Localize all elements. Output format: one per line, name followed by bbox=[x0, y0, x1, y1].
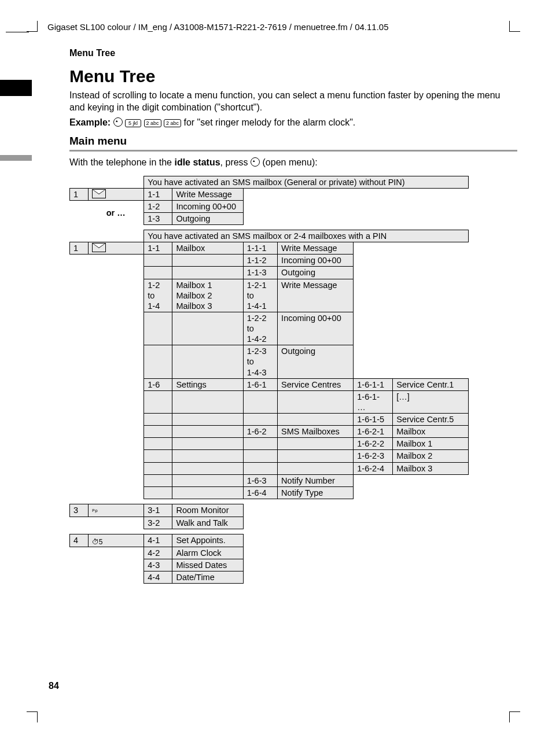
label: Alarm Clock bbox=[172, 547, 243, 559]
label: Notify Number bbox=[278, 474, 354, 486]
menu-icon-cell: ⏱5 bbox=[88, 534, 144, 547]
doc-header: Gigaset SL100 colour / IM_eng / A31008-M… bbox=[47, 22, 517, 32]
label: Mailbox 1 bbox=[393, 438, 469, 450]
code: 1-3 bbox=[144, 212, 172, 224]
code: 4-1 bbox=[144, 534, 172, 547]
label: Incoming 00+00 bbox=[278, 255, 354, 267]
code: 1-6-2-2 bbox=[354, 438, 393, 450]
crop-mark bbox=[27, 711, 38, 722]
nav-icon bbox=[251, 157, 260, 167]
baby-monitor-icon: ᴾᵖ bbox=[92, 508, 105, 516]
label: Date/Time bbox=[172, 571, 243, 584]
crop-mark bbox=[27, 21, 38, 32]
code: 1-6-2-3 bbox=[354, 450, 393, 462]
code: 1-6-2 bbox=[243, 426, 277, 438]
idle-instruction: With the telephone in the idle status, p… bbox=[69, 157, 517, 168]
menu-index: 4 bbox=[70, 534, 89, 547]
code: 1-6-1 bbox=[243, 378, 277, 390]
code: 1-2-3 to 1-4-3 bbox=[243, 345, 277, 378]
menu-tree-table: You have activated an SMS mailbox (Gener… bbox=[69, 176, 469, 584]
label: Service Centr.1 bbox=[393, 378, 469, 390]
menu-icon-cell bbox=[88, 242, 144, 255]
page-number: 84 bbox=[49, 681, 59, 691]
intro-text: Instead of scrolling to locate a menu fu… bbox=[69, 90, 517, 114]
key-icon: 2 abc bbox=[144, 119, 161, 127]
label: Notify Type bbox=[278, 486, 354, 499]
code: 1-6-4 bbox=[243, 486, 277, 499]
code: 1-6-2-4 bbox=[354, 462, 393, 474]
label: Mailbox bbox=[393, 426, 469, 438]
label: SMS Mailboxes bbox=[278, 426, 354, 438]
code: 1-1 bbox=[144, 242, 172, 255]
banner: You have activated an SMS mailbox or 2-4… bbox=[144, 230, 469, 242]
code: 1-1-2 bbox=[243, 255, 277, 267]
crop-mark bbox=[509, 21, 520, 32]
lead-bar-black bbox=[0, 80, 32, 96]
label: Write Message bbox=[278, 242, 354, 255]
label: Outgoing bbox=[278, 345, 354, 378]
label: Mailbox 2 bbox=[393, 450, 469, 462]
nav-up-icon bbox=[113, 117, 123, 127]
code: 1-6-2-1 bbox=[354, 426, 393, 438]
code: 1-2 to 1-4 bbox=[144, 279, 172, 312]
code: 1-6-3 bbox=[243, 474, 277, 486]
example-tail: for "set ringer melody for the alarm clo… bbox=[183, 117, 355, 127]
label: Write Message bbox=[278, 279, 354, 312]
label: Incoming 00+00 bbox=[278, 312, 354, 345]
example-label: Example: bbox=[69, 117, 111, 127]
label: Walk and Talk bbox=[172, 517, 243, 529]
lead-bar-grey bbox=[0, 155, 32, 161]
idle-tail: (open menu): bbox=[260, 157, 318, 167]
code: 1-6-1-5 bbox=[354, 414, 393, 426]
label: Outgoing bbox=[278, 267, 354, 279]
code: 4-3 bbox=[144, 559, 172, 571]
divider bbox=[69, 150, 517, 152]
code: 3-1 bbox=[144, 504, 172, 517]
label: Room Monitor bbox=[172, 504, 243, 517]
label: Mailbox 1 Mailbox 2 Mailbox 3 bbox=[172, 279, 243, 312]
menu-index: 1 bbox=[70, 188, 89, 200]
crop-mark bbox=[6, 32, 29, 32]
idle-pre: With the telephone in the bbox=[69, 157, 174, 167]
code: 3-2 bbox=[144, 517, 172, 529]
label: Missed Dates bbox=[172, 559, 243, 571]
clock-calendar-icon: ⏱5 bbox=[92, 538, 105, 546]
code: 1-2-2 to 1-4-2 bbox=[243, 312, 277, 345]
crop-mark bbox=[509, 711, 520, 722]
idle-bold: idle status bbox=[174, 157, 220, 167]
label: Incoming 00+00 bbox=[172, 200, 243, 212]
code: 1-6-1- … bbox=[354, 390, 393, 413]
label: Mailbox 3 bbox=[393, 462, 469, 474]
banner: You have activated an SMS mailbox (Gener… bbox=[144, 176, 469, 188]
envelope-icon bbox=[92, 189, 106, 198]
subheading: Main menu bbox=[69, 135, 517, 147]
code: 4-4 bbox=[144, 571, 172, 584]
label: Write Message bbox=[172, 188, 243, 200]
label: […] bbox=[393, 390, 469, 413]
or-text: or … bbox=[88, 200, 144, 224]
code: 1-1-1 bbox=[243, 242, 277, 255]
code: 1-2 bbox=[144, 200, 172, 212]
key-icon: 2 abc bbox=[164, 119, 181, 127]
menu-index: 3 bbox=[70, 504, 89, 517]
idle-post: , press bbox=[220, 157, 251, 167]
menu-icon-cell bbox=[88, 188, 144, 200]
example-line: Example: 5 jkl 2 abc 2 abc for "set ring… bbox=[69, 117, 517, 128]
section-label: Menu Tree bbox=[69, 48, 517, 58]
menu-index: 1 bbox=[70, 242, 89, 255]
code: 1-2-1 to 1-4-1 bbox=[243, 279, 277, 312]
label: Mailbox bbox=[172, 242, 243, 255]
label: Outgoing bbox=[172, 212, 243, 224]
code: 1-6-1-1 bbox=[354, 378, 393, 390]
code: 1-1-3 bbox=[243, 267, 277, 279]
label: Service Centr.5 bbox=[393, 414, 469, 426]
label: Service Centres bbox=[278, 378, 354, 390]
menu-icon-cell: ᴾᵖ bbox=[88, 504, 144, 517]
code: 4-2 bbox=[144, 547, 172, 559]
label: Set Appoints. bbox=[172, 534, 243, 547]
key-icon: 5 jkl bbox=[125, 119, 141, 127]
page-title: Menu Tree bbox=[69, 67, 517, 86]
code: 1-1 bbox=[144, 188, 172, 200]
code: 1-6 bbox=[144, 378, 172, 390]
envelope-icon bbox=[92, 243, 106, 252]
